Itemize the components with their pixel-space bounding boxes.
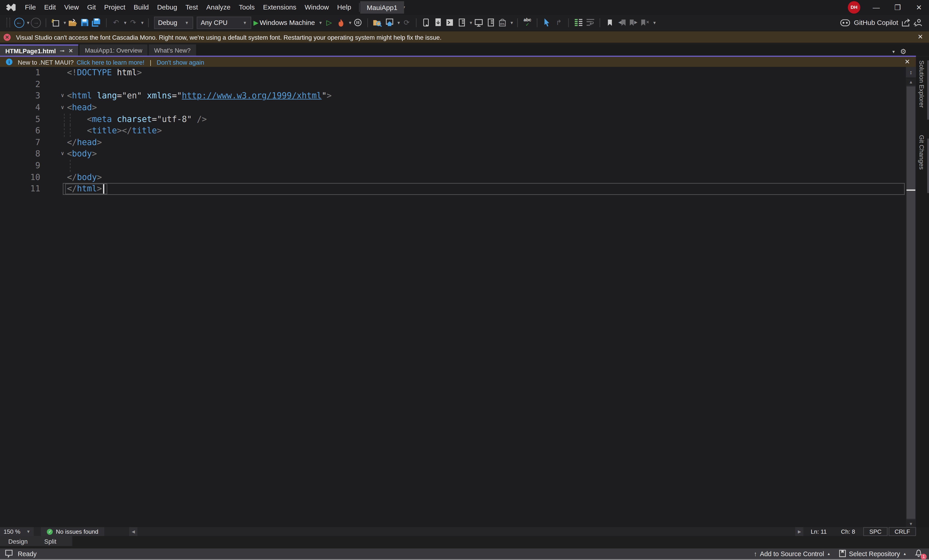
learn-more-link[interactable]: Click here to learn more!: [77, 58, 144, 65]
split-view-tab[interactable]: Split: [36, 537, 65, 545]
find-in-files-button[interactable]: [373, 17, 383, 28]
code-line-4[interactable]: 4∨<head>: [0, 102, 916, 113]
menu-view[interactable]: View: [60, 0, 83, 15]
hot-reload-chevron-icon[interactable]: ▼: [348, 20, 352, 24]
code-line-6[interactable]: 6 <title></title>: [0, 125, 916, 137]
hot-reload-button[interactable]: [336, 17, 346, 28]
undo-chevron-icon[interactable]: ▼: [123, 20, 127, 24]
toggle-bookmark-button[interactable]: [604, 17, 615, 28]
menu-build[interactable]: Build: [129, 0, 153, 15]
menu-analyze[interactable]: Analyze: [202, 0, 235, 15]
navigate-back-chevron-icon[interactable]: ▼: [26, 20, 30, 24]
line-number[interactable]: 10: [0, 171, 40, 183]
scrollbar-track[interactable]: [906, 85, 915, 520]
code-line-9[interactable]: 9: [0, 160, 916, 171]
spell-check-button[interactable]: abc✓: [522, 17, 533, 28]
fold-chevron-icon[interactable]: ∨: [59, 102, 66, 113]
line-number[interactable]: 11: [0, 183, 40, 195]
scrollbar-thumb[interactable]: [906, 86, 915, 519]
space-mode-indicator[interactable]: SPC: [863, 527, 888, 536]
code-line-8[interactable]: 8∨<body>: [0, 148, 916, 160]
minimize-button[interactable]: —: [866, 0, 886, 15]
github-copilot-label[interactable]: GitHub Copilot: [854, 19, 898, 26]
editor-split-handle[interactable]: ↕: [906, 67, 916, 78]
terminal-button[interactable]: [445, 17, 455, 28]
line-number[interactable]: 5: [0, 113, 40, 125]
restore-button[interactable]: ❐: [888, 0, 908, 15]
pin-icon[interactable]: ⊸: [60, 47, 64, 54]
line-ending-indicator[interactable]: CRLF: [889, 527, 916, 536]
ipa-refresh-button[interactable]: IPA: [497, 17, 508, 28]
notifications-button[interactable]: 1: [915, 549, 924, 558]
save-button[interactable]: [80, 17, 90, 28]
new-project-chevron-icon[interactable]: ▼: [63, 20, 67, 24]
fold-chevron-icon[interactable]: ∨: [59, 148, 66, 160]
close-button[interactable]: ✕: [909, 0, 929, 15]
save-all-button[interactable]: [91, 17, 102, 28]
line-number[interactable]: 3: [0, 90, 40, 102]
scroll-up-icon[interactable]: ▲: [906, 78, 916, 85]
dont-show-again-link[interactable]: Don't show again: [157, 58, 204, 65]
solution-configurations-select[interactable]: Debug▼: [154, 16, 193, 29]
line-number[interactable]: 9: [0, 160, 40, 171]
line-number[interactable]: 8: [0, 148, 40, 160]
select-repository-button[interactable]: Select Repository ▲: [839, 550, 906, 557]
tab-options-gear-icon[interactable]: ⚙: [900, 47, 906, 56]
redo-button[interactable]: ↷: [128, 17, 139, 28]
tab-whats-new[interactable]: What's New?: [149, 44, 196, 56]
android-deploy-button[interactable]: [433, 17, 443, 28]
refresh-button[interactable]: ⟳: [401, 17, 412, 28]
error-bar-close-icon[interactable]: ✕: [912, 33, 929, 41]
line-number[interactable]: 6: [0, 125, 40, 137]
column-indicator[interactable]: Ch: 8: [834, 528, 862, 535]
menu-tools[interactable]: Tools: [235, 0, 259, 15]
code-editor-surface[interactable]: 1<!DOCTYPE html>23∨<html lang="en" xmlns…: [0, 67, 916, 527]
menu-extensions[interactable]: Extensions: [259, 0, 300, 15]
code-line-11[interactable]: 11</html>: [0, 183, 916, 195]
zoom-level-select[interactable]: 150 % ▼: [0, 527, 34, 536]
select-element-button[interactable]: [542, 17, 552, 28]
menu-file[interactable]: File: [21, 0, 40, 15]
git-changes-tab[interactable]: Git Changes: [918, 135, 925, 170]
device-chevron-icon[interactable]: ▼: [397, 20, 401, 24]
phone-deploy-button[interactable]: [421, 17, 432, 28]
navigate-back-button[interactable]: ←: [14, 17, 24, 28]
new-project-button[interactable]: [51, 17, 61, 28]
toolbar-grip[interactable]: [6, 18, 10, 27]
word-wrap-button[interactable]: [585, 17, 596, 28]
code-line-5[interactable]: 5 <meta charset="utf-8" />: [0, 113, 916, 125]
solution-platforms-select[interactable]: Any CPU▼: [197, 16, 251, 29]
live-share-person-icon[interactable]: [914, 18, 922, 26]
code-line-2[interactable]: 2: [0, 78, 916, 90]
fold-chevron-icon[interactable]: ∨: [59, 90, 66, 102]
show-line-numbers-button[interactable]: [573, 17, 584, 28]
tab-overflow-chevron-icon[interactable]: ▾: [892, 49, 895, 54]
line-number[interactable]: 4: [0, 102, 40, 113]
menu-window[interactable]: Window: [300, 0, 333, 15]
github-copilot-icon[interactable]: [840, 18, 850, 26]
code-line-3[interactable]: 3∨<html lang="en" xmlns="http://www.w3.o…: [0, 90, 916, 102]
code-line-1[interactable]: 1<!DOCTYPE html>: [0, 67, 916, 78]
tab-close-icon[interactable]: ✕: [69, 47, 73, 54]
deploy-chevron-icon[interactable]: ▼: [469, 20, 473, 24]
scroll-left-icon[interactable]: ◀: [129, 527, 138, 536]
monitor-button[interactable]: [474, 17, 484, 28]
menu-help[interactable]: Help: [333, 0, 355, 15]
vertical-scrollbar[interactable]: ↕ ▲ ▼: [906, 67, 916, 527]
tab-htmlpage1[interactable]: HTMLPage1.html ⊸ ✕: [0, 44, 78, 56]
bookmarks-chevron-icon[interactable]: ▼: [653, 20, 657, 24]
menu-git[interactable]: Git: [83, 0, 100, 15]
break-all-button[interactable]: [353, 17, 363, 28]
format-document-button[interactable]: ↱: [553, 17, 564, 28]
device-home-button[interactable]: [384, 17, 395, 28]
navigate-forward-button[interactable]: →: [31, 17, 41, 28]
user-avatar[interactable]: DH: [848, 1, 860, 14]
clear-bookmarks-button[interactable]: ✕: [640, 17, 651, 28]
open-file-button[interactable]: [67, 17, 78, 28]
menu-edit[interactable]: Edit: [40, 0, 60, 15]
line-number[interactable]: 2: [0, 78, 40, 90]
scroll-down-icon[interactable]: ▼: [906, 520, 916, 527]
code-line-7[interactable]: 7</head>: [0, 137, 916, 148]
line-number[interactable]: 1: [0, 67, 40, 78]
horizontal-scrollbar-track[interactable]: [138, 527, 795, 536]
